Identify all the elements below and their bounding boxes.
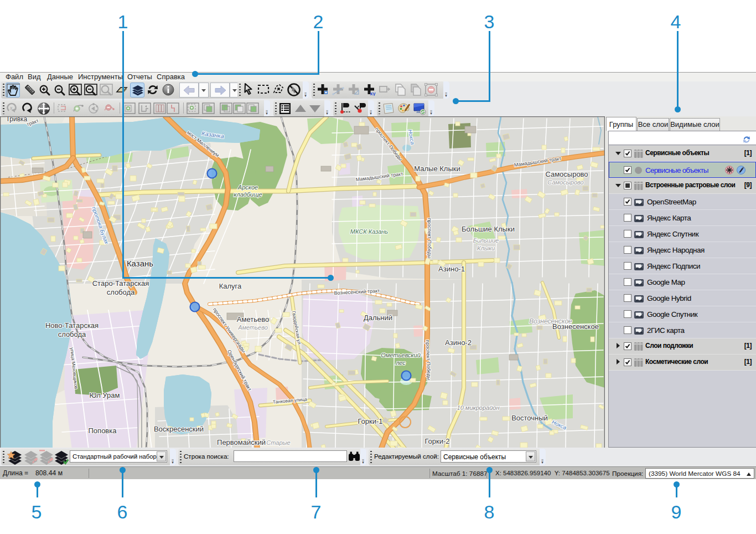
- svg-text:Тривка: Тривка: [6, 116, 28, 123]
- svg-text:Большие: Большие: [477, 239, 480, 240]
- svg-text:Юл Урам: Юл Урам: [90, 391, 120, 399]
- svg-text:Старо-Татарская: Старо-Татарская: [92, 279, 149, 287]
- svg-text:Большие: Большие: [473, 237, 499, 244]
- svg-text:x: x: [10, 105, 13, 111]
- svg-text:Горки-1: Горки-1: [358, 417, 382, 425]
- svg-text:Клыки: Клыки: [477, 245, 495, 251]
- svg-text:Самосырово: Самосырово: [545, 170, 588, 178]
- svg-text:МКСК Казань: МКСК Казань: [350, 228, 389, 235]
- svg-text:слобода: слобода: [58, 330, 86, 338]
- svg-text:Малые Клыки: Малые Клыки: [414, 165, 460, 173]
- svg-text:Горки-2: Горки-2: [424, 437, 449, 445]
- svg-text:Большие Клыки: Большие Клыки: [462, 225, 515, 233]
- svg-text:Дальний: Дальний: [364, 314, 392, 322]
- svg-text:Казань: Казань: [127, 259, 153, 268]
- svg-text:Воскресенский: Воскресенский: [154, 425, 204, 433]
- svg-text:Калуга: Калуга: [219, 282, 242, 290]
- svg-text:Старые: Старые: [266, 439, 290, 446]
- svg-text:проспект Победы: проспект Победы: [427, 218, 432, 259]
- svg-text:Аметьево: Аметьево: [237, 324, 268, 331]
- svg-text:Азино-1: Азино-1: [438, 265, 465, 273]
- svg-text:Восточный: Восточный: [511, 414, 548, 422]
- svg-text:Азино-2: Азино-2: [445, 338, 472, 347]
- svg-text:Самосырово: Самосырово: [547, 179, 583, 186]
- svg-text:Поповка: Поповка: [89, 427, 117, 435]
- svg-text:Ново-Татарская: Ново-Татарская: [45, 321, 99, 330]
- svg-text:Ометьевский: Ометьевский: [381, 352, 421, 358]
- svg-text:Арское: Арское: [237, 184, 258, 191]
- svg-text:Первомайский: Первомайский: [217, 438, 266, 446]
- svg-text:лес: лес: [395, 360, 406, 366]
- svg-text:10 микрорайон: 10 микрорайон: [457, 404, 500, 411]
- svg-text:xy: xy: [370, 91, 376, 96]
- svg-text:Вознесенское: Вознесенское: [552, 322, 599, 331]
- svg-text:Аметьево: Аметьево: [237, 315, 269, 324]
- svg-text:кладбище: кладбище: [234, 191, 262, 198]
- svg-text:слобода: слобода: [107, 288, 135, 296]
